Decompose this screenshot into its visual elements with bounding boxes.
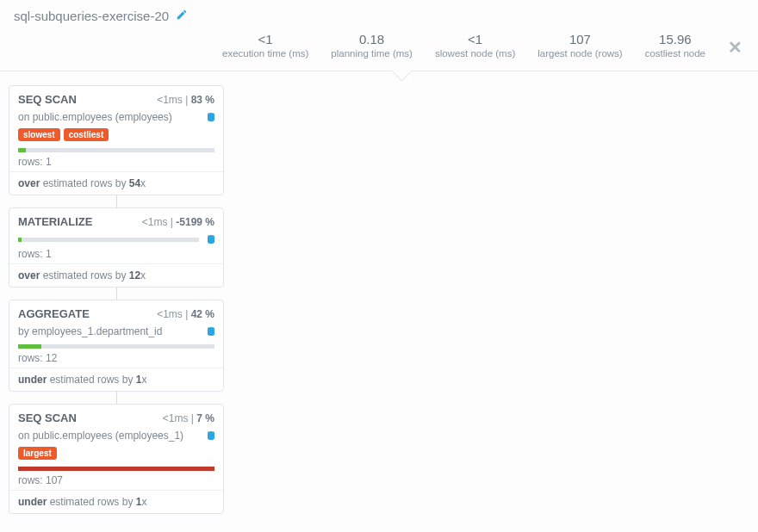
stat-0[interactable]: <1execution time (ms)	[222, 32, 308, 59]
node-operation: MATERIALIZE	[18, 215, 92, 228]
svg-point-2	[208, 327, 214, 330]
node-target: on public.employees (employees_1)	[9, 430, 223, 447]
page-header: sql-subqueries-exercise-20	[0, 0, 758, 23]
node-estimate: over estimated rows by 12x	[9, 263, 223, 287]
tag-slowest: slowest	[18, 128, 60, 141]
node-estimate: under estimated rows by 1x	[9, 490, 223, 513]
stat-value: 107	[537, 32, 622, 46]
node-tags: slowestcostliest	[9, 128, 223, 146]
page-title: sql-subqueries-exercise-20	[14, 9, 169, 23]
close-icon[interactable]: ✕	[728, 32, 742, 56]
stat-4[interactable]: 15.96costliest node	[645, 32, 705, 59]
plan-node[interactable]: MATERIALIZE<1ms | -5199 %rows: 1over est…	[9, 207, 224, 288]
node-rows: rows: 12	[9, 352, 223, 368]
tag-largest: largest	[18, 447, 57, 460]
node-bar	[18, 467, 214, 471]
stat-1[interactable]: 0.18planning time (ms)	[331, 32, 413, 59]
node-estimate: under estimated rows by 1x	[9, 368, 223, 391]
edit-icon[interactable]	[176, 9, 188, 23]
node-rows: rows: 1	[9, 156, 223, 171]
node-operation: SEQ SCAN	[18, 411, 77, 424]
stats-bar: <1execution time (ms)0.18planning time (…	[0, 23, 758, 71]
node-bar	[18, 148, 214, 152]
node-bar	[18, 238, 199, 242]
node-operation: AGGREGATE	[18, 307, 90, 320]
stat-value: <1	[435, 32, 515, 46]
node-timing: <1ms | -5199 %	[142, 216, 214, 228]
tag-costliest: costliest	[64, 128, 109, 141]
plan-node[interactable]: SEQ SCAN<1ms | 83 %on public.employees (…	[9, 85, 224, 195]
node-timing: <1ms | 42 %	[157, 308, 214, 320]
plan-node[interactable]: SEQ SCAN<1ms | 7 %on public.employees (e…	[9, 404, 224, 514]
node-timing: <1ms | 83 %	[157, 94, 214, 106]
node-connector	[116, 288, 117, 300]
node-target: by employees_1.department_id	[9, 325, 223, 343]
node-estimate: over estimated rows by 54x	[9, 171, 223, 195]
db-icon	[206, 430, 216, 444]
node-bar	[18, 344, 214, 349]
plan-tree: SEQ SCAN<1ms | 83 %on public.employees (…	[0, 71, 233, 531]
node-target: on public.employees (employees)	[9, 111, 223, 128]
svg-point-1	[208, 235, 214, 238]
stat-label: largest node (rows)	[537, 48, 622, 59]
svg-point-0	[208, 113, 214, 115]
svg-point-3	[208, 431, 214, 434]
db-icon	[206, 111, 216, 126]
node-tags: largest	[9, 447, 223, 465]
stat-label: slowest node (ms)	[435, 48, 515, 59]
db-icon	[206, 325, 216, 340]
plan-node[interactable]: AGGREGATE<1ms | 42 %by employees_1.depar…	[9, 300, 224, 392]
stat-value: 0.18	[331, 32, 413, 46]
node-timing: <1ms | 7 %	[163, 412, 214, 424]
stat-label: planning time (ms)	[331, 48, 413, 59]
node-connector	[116, 392, 117, 404]
stat-value: 15.96	[645, 32, 705, 46]
node-rows: rows: 107	[9, 474, 223, 490]
stat-label: execution time (ms)	[222, 48, 308, 59]
node-connector	[116, 195, 117, 207]
stat-2[interactable]: <1slowest node (ms)	[435, 32, 515, 59]
stat-value: <1	[222, 32, 308, 46]
stat-3[interactable]: 107largest node (rows)	[537, 32, 622, 59]
stat-label: costliest node	[645, 48, 705, 59]
node-rows: rows: 1	[9, 248, 223, 263]
db-icon	[206, 233, 216, 248]
node-operation: SEQ SCAN	[18, 93, 77, 106]
